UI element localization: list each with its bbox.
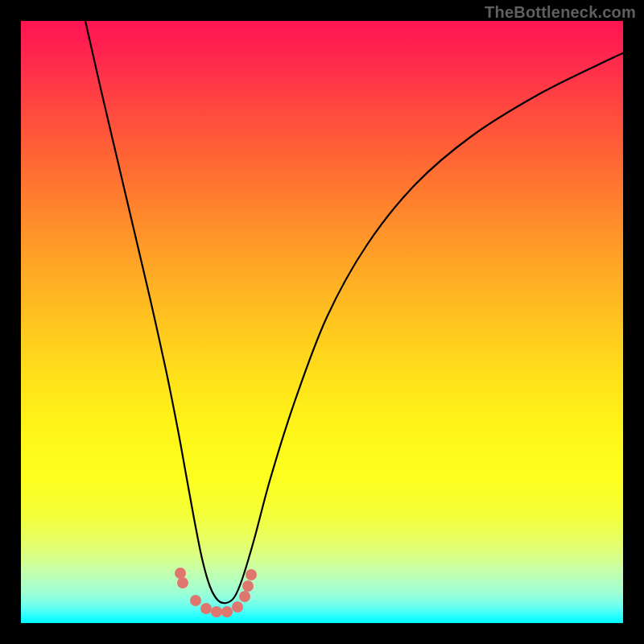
marker-2	[177, 577, 188, 588]
marker-6	[221, 606, 233, 617]
marker-1	[175, 568, 186, 579]
marker-7	[232, 601, 243, 613]
marker-10	[246, 569, 257, 580]
bottleneck-chart-svg	[21, 21, 623, 623]
marker-8	[239, 591, 250, 602]
bottleneck-curve	[85, 21, 623, 603]
marker-5	[211, 606, 222, 617]
marker-4	[200, 603, 212, 614]
chart-plot-area	[21, 21, 623, 623]
watermark-text: TheBottleneck.com	[485, 3, 636, 22]
marker-9	[242, 580, 254, 592]
marker-3	[190, 595, 201, 606]
chart-frame: TheBottleneck.com	[0, 0, 644, 644]
